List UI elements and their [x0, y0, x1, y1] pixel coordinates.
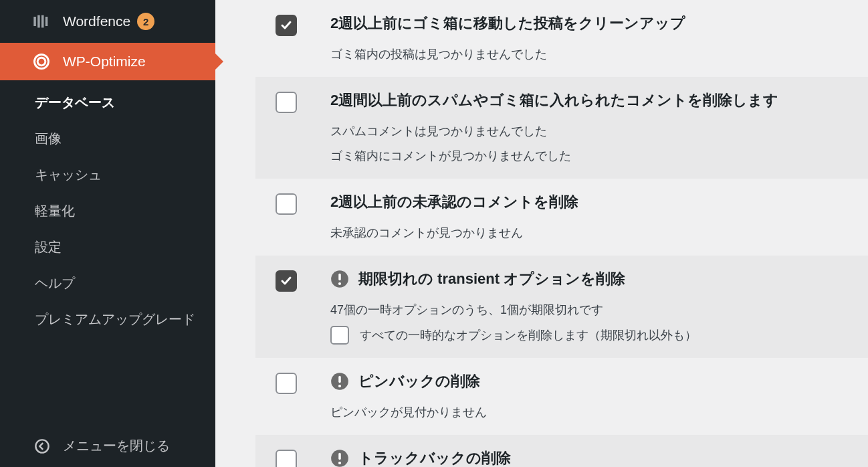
optimization-checkbox[interactable]	[276, 92, 297, 113]
sub-option: すべての一時的なオプションを削除します（期限切れ以外も）	[330, 326, 852, 345]
collapse-icon	[33, 438, 51, 455]
optimization-row: 2週間以上前のスパムやゴミ箱に入れられたコメントを削除しますスパムコメントは見つ…	[255, 77, 868, 179]
optimization-description: ゴミ箱内の投稿は見つかりませんでした	[330, 45, 852, 64]
optimization-description: ピンバックが見付かりません	[330, 403, 852, 422]
optimization-title-text: 期限切れの transient オプションを削除	[358, 269, 625, 289]
optimization-checkbox[interactable]	[276, 193, 297, 215]
svg-rect-3	[45, 17, 48, 26]
optimization-row: ピンバックの削除ピンバックが見付かりません	[255, 358, 868, 435]
optimization-title-text: 2週以上前にゴミ箱に移動した投稿をクリーンアップ	[330, 13, 685, 33]
warning-icon	[330, 449, 349, 467]
collapse-menu-button[interactable]: メニューを閉じる	[0, 425, 215, 467]
optimization-title: 2週以上前の未承認のコメントを削除	[330, 192, 852, 212]
svg-rect-10	[338, 376, 341, 383]
submenu-item-minify[interactable]: 軽量化	[0, 193, 215, 229]
optimization-checkbox[interactable]	[276, 270, 297, 292]
svg-rect-7	[338, 274, 341, 281]
main-content: 2週以上前にゴミ箱に移動した投稿をクリーンアップゴミ箱内の投稿は見つかりませんで…	[215, 0, 868, 467]
optimization-title-text: 2週間以上前のスパムやゴミ箱に入れられたコメントを削除します	[330, 90, 778, 110]
submenu-item-premium[interactable]: プレミアムアップグレード	[0, 301, 215, 337]
optimization-title-text: トラックバックの削除	[358, 448, 511, 467]
svg-rect-13	[338, 453, 341, 460]
wpoptimize-submenu: データベース 画像 キャッシュ 軽量化 設定 ヘルプ プレミアムアップグレード	[0, 80, 215, 345]
sidebar-item-wpoptimize[interactable]: WP-Optimize	[0, 43, 215, 80]
optimization-checkbox[interactable]	[276, 450, 297, 467]
wordfence-icon	[32, 12, 51, 31]
optimization-title-text: ピンバックの削除	[358, 371, 480, 391]
optimization-description: ゴミ箱内にコメントが見つかりませんでした	[330, 147, 852, 165]
svg-rect-0	[33, 17, 36, 26]
optimization-title: ピンバックの削除	[330, 371, 852, 391]
svg-rect-2	[41, 15, 44, 28]
submenu-item-images[interactable]: 画像	[0, 120, 215, 157]
optimization-row: 2週以上前の未承認のコメントを削除未承認のコメントが見つかりません	[255, 179, 868, 256]
svg-point-5	[35, 440, 48, 452]
optimization-title: 2週以上前にゴミ箱に移動した投稿をクリーンアップ	[330, 13, 852, 33]
svg-point-8	[338, 282, 341, 285]
optimization-description: 未承認のコメントが見つかりません	[330, 224, 852, 242]
submenu-item-settings[interactable]: 設定	[0, 229, 215, 265]
optimization-row: トラックバックの削除	[255, 435, 868, 467]
optimization-row: 期限切れの transient オプションを削除47個の一時オプションのうち、1…	[255, 256, 868, 358]
optimization-title: 2週間以上前のスパムやゴミ箱に入れられたコメントを削除します	[330, 90, 852, 110]
submenu-item-database[interactable]: データベース	[0, 84, 215, 120]
wpoptimize-icon	[32, 52, 51, 71]
svg-point-14	[338, 462, 341, 464]
collapse-label: メニューを閉じる	[63, 437, 170, 455]
optimization-title-text: 2週以上前の未承認のコメントを削除	[330, 192, 578, 212]
admin-sidebar: Wordfence 2 WP-Optimize データベース 画像 キャッシュ …	[0, 0, 215, 467]
svg-point-11	[338, 385, 341, 387]
warning-icon	[330, 372, 349, 391]
submenu-item-help[interactable]: ヘルプ	[0, 265, 215, 301]
svg-point-4	[35, 55, 49, 69]
svg-rect-1	[37, 15, 40, 28]
notification-badge: 2	[137, 13, 154, 30]
menu-label: WP-Optimize	[63, 54, 146, 70]
sidebar-item-wordfence[interactable]: Wordfence 2	[0, 0, 215, 43]
warning-icon	[330, 270, 349, 288]
submenu-item-cache[interactable]: キャッシュ	[0, 157, 215, 193]
optimization-description: スパムコメントは見つかりませんでした	[330, 122, 852, 141]
menu-label: Wordfence	[63, 13, 130, 29]
optimization-row: 2週以上前にゴミ箱に移動した投稿をクリーンアップゴミ箱内の投稿は見つかりませんで…	[255, 0, 868, 77]
optimization-title: トラックバックの削除	[330, 448, 852, 467]
sub-option-checkbox[interactable]	[330, 326, 349, 345]
optimization-checkbox[interactable]	[276, 15, 297, 36]
sub-option-label: すべての一時的なオプションを削除します（期限切れ以外も）	[360, 327, 697, 343]
optimization-description: 47個の一時オプションのうち、1個が期限切れです	[330, 301, 852, 319]
optimization-title: 期限切れの transient オプションを削除	[330, 269, 852, 289]
optimization-checkbox[interactable]	[276, 373, 297, 394]
